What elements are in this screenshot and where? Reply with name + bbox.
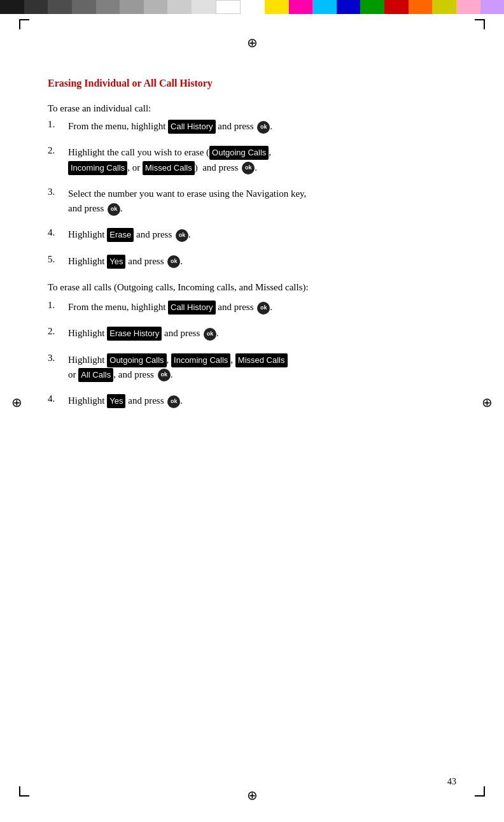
step-item: 5. Highlight Yes and press ok.	[48, 254, 456, 269]
step-item: 3. Select the number you want to erase u…	[48, 187, 456, 216]
all-steps: 1. From the menu, highlight Call History…	[48, 300, 456, 408]
step-body: Highlight Yes and press ok.	[68, 393, 456, 408]
step-item: 1. From the menu, highlight Call History…	[48, 119, 456, 134]
individual-intro: To erase an individual call:	[48, 103, 456, 114]
ok-button-icon: ok	[158, 369, 171, 381]
step-body: Highlight Erase and press ok.	[68, 227, 456, 242]
step-body: From the menu, highlight Call History an…	[68, 119, 456, 134]
step-body: Highlight Yes and press ok.	[68, 254, 456, 269]
right-registration-mark: ⊕	[482, 395, 493, 410]
step-body: Highlight Erase History and press ok.	[68, 326, 456, 341]
step-number: 4.	[48, 393, 68, 404]
ok-button-icon: ok	[108, 203, 120, 216]
ok-button-icon: ok	[257, 121, 270, 134]
section-title: Erasing Individual or All Call History	[48, 78, 456, 89]
highlight-yes: Yes	[107, 255, 125, 269]
step-item: 4. Highlight Yes and press ok.	[48, 393, 456, 408]
highlight-outgoing-calls-2: Outgoing Calls	[107, 353, 166, 367]
highlight-erase: Erase	[107, 228, 134, 242]
ok-button-icon: ok	[257, 302, 270, 315]
highlight-missed-calls: Missed Calls	[143, 161, 195, 175]
ok-button-icon: ok	[242, 162, 255, 174]
left-registration-mark: ⊕	[11, 395, 22, 410]
corner-mark-br	[475, 786, 485, 797]
step-body: Select the number you want to erase usin…	[68, 187, 456, 216]
page-content: Erasing Individual or All Call History T…	[0, 14, 504, 471]
step-number: 2.	[48, 145, 68, 156]
highlight-yes-2: Yes	[107, 394, 125, 408]
step-number: 3.	[48, 353, 68, 364]
step-number: 5.	[48, 254, 68, 265]
ok-button-icon: ok	[167, 255, 180, 268]
highlight-erase-history: Erase History	[107, 327, 162, 341]
highlight-call-history: Call History	[168, 120, 215, 134]
step-number: 3.	[48, 187, 68, 197]
ok-button-icon: ok	[167, 395, 180, 408]
step-body: Highlight the call you wish to erase (Ou…	[68, 145, 456, 175]
highlight-all-calls: All Calls	[78, 368, 113, 382]
highlight-incoming-calls-2: Incoming Calls	[171, 353, 230, 367]
step-number: 1.	[48, 119, 68, 130]
step-number: 4.	[48, 227, 68, 238]
individual-steps: 1. From the menu, highlight Call History…	[48, 119, 456, 269]
step-body: Highlight Outgoing Calls, Incoming Calls…	[68, 353, 456, 383]
all-intro: To erase all calls (Outgoing calls, Inco…	[48, 280, 456, 295]
step-body: From the menu, highlight Call History an…	[68, 300, 456, 315]
step-number: 2.	[48, 326, 68, 337]
highlight-incoming-calls: Incoming Calls	[68, 161, 127, 175]
corner-mark-tr	[475, 19, 485, 29]
step-item: 1. From the menu, highlight Call History…	[48, 300, 456, 315]
highlight-missed-calls-2: Missed Calls	[235, 353, 288, 367]
corner-mark-tl	[19, 19, 29, 29]
bottom-registration-mark: ⊕	[247, 788, 258, 803]
step-item: 2. Highlight the call you wish to erase …	[48, 145, 456, 175]
step-item: 2. Highlight Erase History and press ok.	[48, 326, 456, 341]
highlight-call-history-2: Call History	[168, 301, 215, 315]
ok-button-icon: ok	[176, 229, 188, 242]
step-number: 1.	[48, 300, 68, 311]
step-item: 3. Highlight Outgoing Calls, Incoming Ca…	[48, 353, 456, 383]
highlight-outgoing-calls: Outgoing Calls	[209, 146, 269, 160]
color-bar	[0, 0, 504, 14]
top-registration-mark: ⊕	[247, 35, 258, 50]
step-item: 4. Highlight Erase and press ok.	[48, 227, 456, 242]
corner-mark-bl	[19, 786, 29, 797]
page-number: 43	[447, 777, 456, 787]
ok-button-icon: ok	[204, 328, 216, 341]
